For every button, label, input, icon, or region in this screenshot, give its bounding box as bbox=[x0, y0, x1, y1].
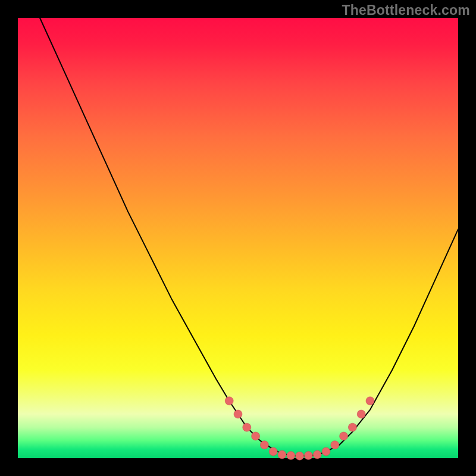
curve-marker bbox=[313, 450, 321, 459]
curve-marker bbox=[340, 432, 348, 440]
curve-marker bbox=[322, 447, 330, 456]
curve-marker bbox=[331, 441, 339, 449]
curve-marker bbox=[357, 410, 365, 418]
chart-overlay bbox=[18, 18, 458, 458]
watermark-text: TheBottleneck.com bbox=[342, 2, 470, 18]
curve-marker bbox=[296, 452, 304, 460]
curve-marker bbox=[260, 441, 268, 449]
curve-marker bbox=[234, 410, 242, 418]
curve-marker bbox=[278, 450, 286, 459]
curve-markers bbox=[225, 397, 374, 461]
curve-marker bbox=[287, 452, 295, 460]
chart-stage: TheBottleneck.com bbox=[0, 0, 476, 476]
curve-marker bbox=[366, 397, 374, 405]
curve-marker bbox=[304, 452, 312, 460]
bottleneck-curve bbox=[40, 18, 458, 456]
curve-marker bbox=[269, 447, 277, 456]
curve-marker bbox=[348, 423, 356, 431]
curve-marker bbox=[225, 397, 233, 405]
curve-marker bbox=[243, 423, 251, 431]
curve-marker bbox=[252, 432, 260, 440]
